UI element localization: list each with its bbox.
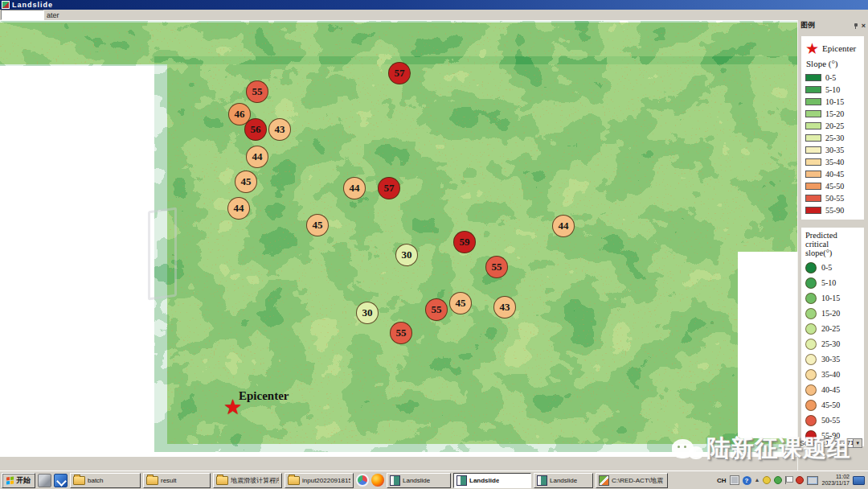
legend-row: 50-55 (805, 192, 862, 204)
legend-swatch (805, 146, 821, 154)
legend-row: 50-55 (805, 413, 862, 428)
layer-combobox[interactable] (1, 10, 44, 20)
epicenter-label: Epicenter (239, 389, 289, 403)
slope-legend-rows: 0-55-1010-1515-2020-2525-3030-3535-4040-… (805, 72, 862, 216)
close-icon[interactable]: × (862, 23, 866, 29)
slope-marker[interactable]: 45 (235, 171, 257, 193)
legend-circle-swatch (805, 308, 817, 319)
legend-row: 10-15 (805, 96, 862, 108)
legend-circle-swatch (805, 293, 817, 304)
network-monitor-icon[interactable] (807, 476, 818, 485)
taskbar-button[interactable]: C:\RED-ACT\地震 .. (596, 473, 668, 488)
legend-row: 25-30 (805, 132, 862, 144)
tray-yellow-icon[interactable] (763, 476, 771, 484)
touchpad-icon[interactable] (730, 475, 739, 485)
legend-swatch (805, 207, 821, 214)
taskbar-button[interactable]: batch (70, 473, 141, 488)
legend-range-label: 30-35 (825, 146, 844, 154)
legend-row: 20-25 (805, 321, 862, 336)
legend-swatch (805, 171, 821, 178)
legend-circle-swatch (805, 369, 817, 380)
map-canvas[interactable]: 5546564344454457445745445930554555433055… (0, 20, 797, 457)
app-window: Landslide ater (0, 0, 868, 489)
legend-range-label: 5-10 (825, 85, 840, 94)
legend-swatch (805, 158, 821, 166)
show-hidden-icons-chevron[interactable]: ▲ (755, 477, 760, 483)
slope-marker[interactable]: 57 (378, 177, 400, 199)
title-bar[interactable]: Landslide (0, 0, 868, 10)
taskbar-button[interactable]: input20220918153302 (285, 473, 354, 488)
slope-marker[interactable]: 45 (306, 214, 329, 236)
slope-marker[interactable]: 55 (246, 80, 268, 103)
start-button[interactable]: 开始 (2, 473, 35, 488)
chevron-down-icon[interactable]: ▼ (853, 439, 862, 447)
slope-marker[interactable]: 43 (268, 118, 291, 141)
clock[interactable]: 11:02 2023/11/17 (821, 474, 850, 487)
taskbar-button-label: result (161, 477, 177, 484)
legend-range-label: 0-5 (825, 73, 836, 82)
critical-slope-legend-title: Predicted critical slope(°) (805, 231, 862, 257)
legend-range-label: 40-45 (821, 385, 840, 394)
security-flag-icon[interactable] (785, 476, 792, 484)
slope-marker[interactable]: 45 (449, 292, 472, 314)
slope-marker[interactable]: 44 (246, 146, 268, 168)
legend-panel-header[interactable]: 图例 × (798, 20, 868, 31)
legend-circle-swatch (805, 384, 817, 396)
legend-range-label: 45-50 (821, 401, 840, 409)
battery-icon[interactable] (853, 476, 865, 485)
legend-range-label: 50-55 (821, 416, 840, 425)
legend-range-label: 45-50 (825, 182, 844, 191)
taskbar-buttons-right: LandslideLandslideLandslideC:\RED-ACT\地震… (387, 473, 668, 488)
slope-raster (0, 20, 797, 457)
legend-swatch (805, 134, 821, 142)
tray-green-icon[interactable] (774, 476, 782, 484)
legend-range-label: 10-15 (825, 97, 844, 106)
legend-row: 25-30 (805, 336, 862, 351)
legend-row: 40-45 (805, 168, 862, 180)
legend-range-label: 40-45 (825, 170, 844, 179)
slope-marker[interactable]: 55 (425, 298, 448, 321)
legend-range-label: 35-40 (825, 158, 844, 166)
slope-marker[interactable]: 55 (390, 322, 412, 344)
pin-icon[interactable] (853, 23, 859, 29)
legend-row: 35-40 (805, 367, 862, 382)
legend-range-label: 55-90 (825, 206, 844, 215)
taskbar-button[interactable]: result (143, 473, 211, 488)
slope-marker[interactable]: 59 (453, 231, 476, 253)
slope-marker[interactable]: 43 (493, 296, 516, 318)
slope-marker[interactable]: 55 (485, 256, 508, 278)
slope-marker[interactable]: 44 (227, 197, 250, 220)
start-button-label: 开始 (16, 475, 31, 486)
app-tray-icon[interactable] (356, 474, 369, 487)
taskbar-button[interactable]: Landslide (534, 473, 593, 488)
taskbar-button[interactable]: Landslide (387, 473, 451, 488)
slope-marker[interactable]: 56 (244, 118, 267, 141)
legend-row: 5-10 (805, 275, 862, 290)
legend-range-label: 15-20 (825, 109, 844, 118)
taskbar: 开始 batchresult地震滑坡计算程序..input20220918153… (0, 471, 868, 489)
slope-marker[interactable]: 30 (356, 302, 379, 324)
language-indicator[interactable]: CH (717, 477, 727, 484)
taskbar-button[interactable]: Landslide (453, 473, 531, 488)
legend-panel-title: 图例 (800, 20, 850, 31)
firefox-icon[interactable] (371, 474, 384, 487)
tray-red-icon[interactable] (796, 476, 804, 484)
legend-range-label: 20-25 (821, 324, 840, 333)
slope-marker[interactable]: 44 (343, 177, 366, 199)
slope-legend-title: Slope (°) (806, 59, 862, 68)
legend-row: 15-20 (805, 306, 862, 321)
legend-range-label: 15-20 (821, 309, 840, 318)
legend-row: 40-45 (805, 382, 862, 397)
quick-launch-icon[interactable] (54, 474, 68, 487)
taskbar-button-label: Landslide (469, 477, 499, 484)
legend-row: 5-10 (805, 84, 862, 96)
help-icon[interactable]: ? (743, 476, 751, 485)
slope-marker[interactable]: 30 (395, 244, 418, 266)
slope-marker[interactable]: 57 (388, 62, 411, 84)
show-desktop-icon[interactable] (38, 474, 51, 487)
slope-marker[interactable]: 44 (552, 215, 575, 237)
legend-row: 10-15 (805, 290, 862, 306)
legend-row: 55-90 (805, 204, 862, 216)
critical-title-line1: Predicted critical (805, 231, 837, 249)
taskbar-button[interactable]: 地震滑坡计算程序.. (213, 473, 282, 488)
